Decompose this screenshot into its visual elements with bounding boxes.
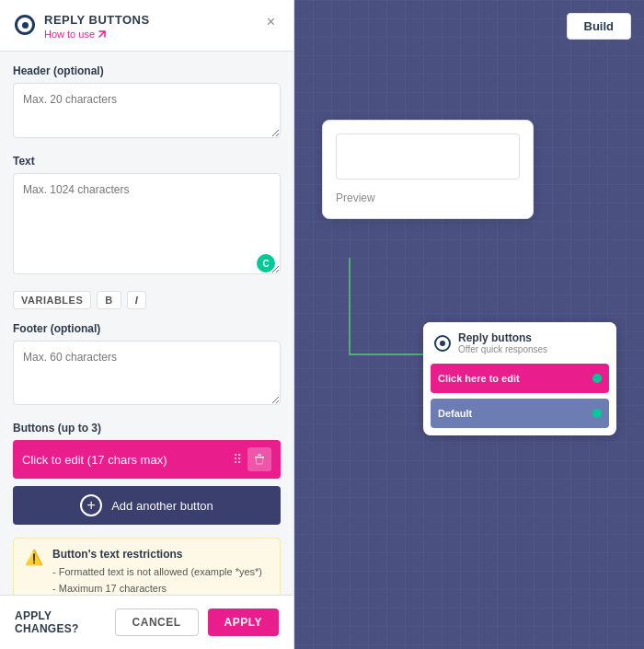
italic-button[interactable]: I (127, 291, 147, 309)
reply-button-1-text: Click here to edit (438, 373, 520, 384)
text-section-label: Text (13, 155, 281, 168)
left-panel: REPLY BUTTONS How to use × Header (optio… (0, 0, 294, 649)
how-to-use-link[interactable]: How to use (44, 29, 150, 40)
cancel-button[interactable]: CANCEL (115, 608, 199, 636)
reply-node-icon (434, 335, 451, 352)
panel-body: Header (optional) Text C VARIABLES B I F… (0, 52, 293, 595)
svg-rect-0 (255, 457, 264, 458)
close-button[interactable]: × (263, 13, 279, 31)
reply-node-title: Reply buttons (458, 331, 547, 344)
bold-button[interactable]: B (97, 291, 121, 309)
header-section-label: Header (optional) (13, 64, 281, 77)
footer-buttons: CANCEL APPLY (115, 608, 279, 636)
apply-changes-label: APPLY CHANGES? (15, 609, 115, 635)
preview-card: Preview (322, 120, 534, 219)
reply-buttons-icon (15, 15, 35, 35)
svg-rect-1 (258, 455, 261, 456)
reply-node-subtitle: Offer quick responses (458, 344, 547, 354)
restrictions-content: Button's text restrictions - Formatted t… (52, 548, 262, 595)
trash-icon (254, 454, 265, 465)
button-item-1-label: Click to edit (17 chars max) (22, 453, 167, 467)
reply-button-1-dot (592, 374, 602, 383)
external-link-icon (98, 29, 107, 39)
apply-button[interactable]: APPLY (208, 608, 279, 636)
reply-node-header: Reply buttons Offer quick responses (423, 322, 616, 364)
button-item-1[interactable]: Click to edit (17 chars max) ⠿ (13, 440, 281, 479)
button-item-1-actions: ⠿ (233, 447, 271, 471)
text-input[interactable] (13, 173, 281, 274)
delete-button-1[interactable] (247, 447, 271, 471)
variables-button[interactable]: VARIABLES (13, 291, 91, 309)
footer-section-label: Footer (optional) (13, 322, 281, 335)
text-section: Text C (13, 155, 281, 278)
right-panel: Build Preview Reply buttons Offer quick … (294, 0, 644, 649)
add-circle-icon: + (80, 494, 102, 516)
footer-input[interactable] (13, 341, 281, 405)
preview-label: Preview (336, 191, 375, 204)
reply-node-card[interactable]: Reply buttons Offer quick responses Clic… (423, 322, 616, 435)
buttons-section-label: Buttons (up to 3) (13, 422, 281, 435)
warning-icon: ⚠️ (25, 549, 43, 595)
panel-title: REPLY BUTTONS (44, 13, 150, 27)
panel-header: REPLY BUTTONS How to use × (0, 0, 293, 52)
reply-node-title-group: Reply buttons Offer quick responses (458, 331, 547, 354)
text-area-wrapper: C (13, 173, 281, 278)
panel-title-group: REPLY BUTTONS How to use (44, 13, 150, 40)
reply-button-2-dot (592, 409, 602, 418)
reply-button-2-text: Default (438, 408, 472, 419)
buttons-section: Buttons (up to 3) Click to edit (17 char… (13, 422, 281, 525)
build-button[interactable]: Build (567, 13, 632, 40)
text-badge: C (257, 254, 275, 272)
header-section: Header (optional) (13, 64, 281, 142)
restrictions-text: - Formatted text is not allowed (example… (52, 564, 262, 595)
add-button-label: Add another button (111, 499, 213, 513)
reply-button-2[interactable]: Default (431, 399, 609, 428)
panel-footer: APPLY CHANGES? CANCEL APPLY (0, 595, 293, 649)
footer-section: Footer (optional) (13, 322, 281, 409)
reply-button-1[interactable]: Click here to edit (431, 364, 609, 393)
preview-message-box (336, 133, 520, 180)
add-button-row[interactable]: + Add another button (13, 486, 281, 525)
restrictions-box: ⚠️ Button's text restrictions - Formatte… (13, 538, 281, 595)
header-input[interactable] (13, 83, 281, 138)
panel-header-left: REPLY BUTTONS How to use (15, 13, 150, 40)
toolbar-row: VARIABLES B I (13, 291, 281, 309)
restrictions-title: Button's text restrictions (52, 548, 262, 561)
drag-icon: ⠿ (233, 452, 242, 467)
